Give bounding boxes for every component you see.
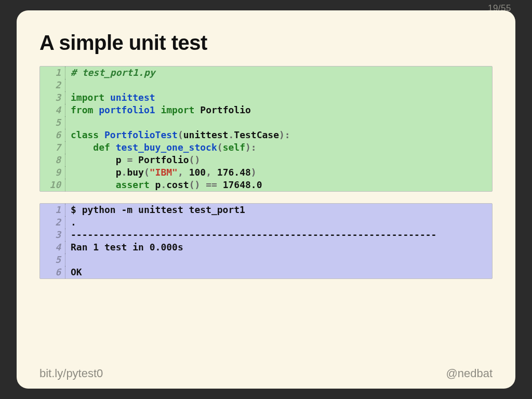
code-line: 5: [40, 254, 492, 266]
line-number: 9: [40, 166, 65, 179]
line-number: 8: [40, 154, 65, 166]
line-content: [65, 254, 71, 266]
line-number: 4: [40, 241, 65, 254]
line-content: p = Portfolio(): [65, 154, 200, 166]
code-line: 8 p = Portfolio(): [40, 154, 492, 166]
line-content: ----------------------------------------…: [65, 229, 436, 241]
line-number: 4: [40, 104, 65, 116]
footer-link-host: bit.ly: [39, 367, 63, 380]
code-line: 7 def test_buy_one_stock(self):: [40, 141, 492, 154]
line-number: 5: [40, 116, 65, 129]
line-content: def test_buy_one_stock(self):: [65, 141, 257, 154]
code-block-python: 1# test_port1.py23import unittest4from p…: [39, 66, 493, 192]
code-line: 4Ran 1 test in 0.000s: [40, 241, 492, 254]
line-number: 10: [40, 179, 65, 191]
slide: A simple unit test 1# test_port1.py23imp…: [17, 10, 515, 389]
line-content: OK: [65, 266, 82, 278]
line-content: # test_port1.py: [65, 66, 155, 79]
line-number: 6: [40, 266, 65, 278]
footer-link[interactable]: bit.ly/pytest0: [39, 367, 103, 380]
code-line: 3---------------------------------------…: [40, 229, 492, 241]
presentation-stage: 19/55 A simple unit test 1# test_port1.p…: [0, 0, 532, 399]
line-number: 3: [40, 229, 65, 241]
line-content: Ran 1 test in 0.000s: [65, 241, 183, 254]
footer-handle[interactable]: @nedbat: [446, 367, 493, 380]
line-content: from portfolio1 import Portfolio: [65, 104, 251, 116]
code-line: 6class PortfolioTest(unittest.TestCase):: [40, 129, 492, 141]
slide-footer: bit.ly/pytest0 @nedbat: [39, 367, 493, 380]
line-number: 1: [40, 204, 65, 216]
code-block-terminal: 1$ python -m unittest test_port12.3-----…: [39, 203, 493, 279]
line-content: [65, 79, 71, 91]
code-line: 6OK: [40, 266, 492, 278]
code-line: 2.: [40, 216, 492, 229]
code-line: 9 p.buy("IBM", 100, 176.48): [40, 166, 492, 179]
line-number: 7: [40, 141, 65, 154]
line-number: 1: [40, 66, 65, 79]
line-content: $ python -m unittest test_port1: [65, 204, 245, 216]
line-number: 2: [40, 216, 65, 229]
code-line: 1# test_port1.py: [40, 66, 492, 79]
code-line: 3import unittest: [40, 91, 492, 104]
code-line: 1$ python -m unittest test_port1: [40, 204, 492, 216]
line-number: 6: [40, 129, 65, 141]
line-content: class PortfolioTest(unittest.TestCase):: [65, 129, 290, 141]
line-number: 3: [40, 91, 65, 104]
code-line: 5: [40, 116, 492, 129]
line-content: import unittest: [65, 91, 155, 104]
code-line: 2: [40, 79, 492, 91]
line-content: [65, 116, 71, 129]
code-line: 4from portfolio1 import Portfolio: [40, 104, 492, 116]
line-content: assert p.cost() == 17648.0: [65, 179, 262, 191]
slide-title: A simple unit test: [39, 31, 493, 55]
line-number: 2: [40, 79, 65, 91]
code-line: 10 assert p.cost() == 17648.0: [40, 179, 492, 191]
line-number: 5: [40, 254, 65, 266]
footer-link-path: pytest0: [66, 367, 103, 380]
line-content: p.buy("IBM", 100, 176.48): [65, 166, 257, 179]
line-content: .: [65, 216, 76, 229]
